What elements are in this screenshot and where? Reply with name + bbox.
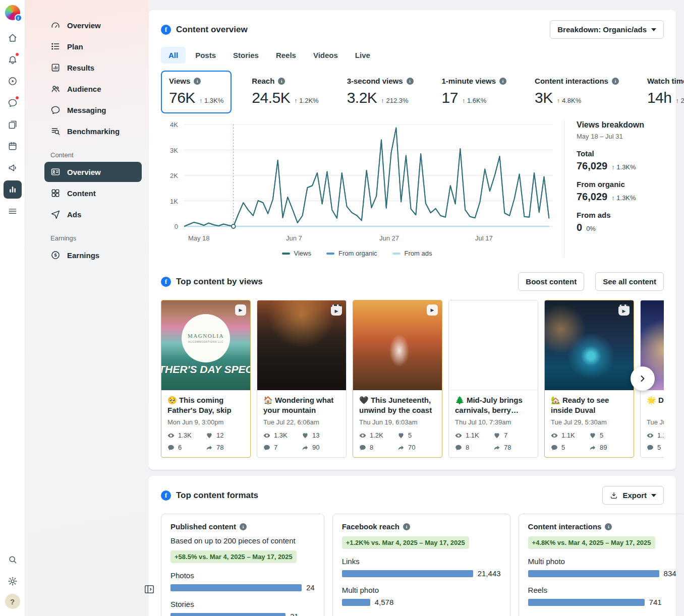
heart-icon bbox=[493, 432, 500, 439]
x-tick: Jun 27 bbox=[379, 234, 399, 242]
search-icon[interactable] bbox=[4, 550, 22, 569]
info-icon[interactable] bbox=[605, 523, 612, 530]
facebook-logo-icon bbox=[161, 25, 171, 35]
chart-legend: Views From organic From ads bbox=[161, 250, 553, 257]
calendar-icon[interactable] bbox=[4, 137, 22, 155]
post-date: Tue Jul 29, 5:30am bbox=[551, 418, 628, 426]
panel-title: Published content bbox=[170, 522, 236, 531]
home-icon[interactable] bbox=[4, 29, 22, 47]
panel-title: Facebook reach bbox=[342, 522, 400, 531]
tab-stories[interactable]: Stories bbox=[225, 47, 266, 64]
top-content-title: Top content by views bbox=[176, 277, 263, 287]
tab-live[interactable]: Live bbox=[348, 47, 378, 64]
eye-icon bbox=[455, 432, 462, 439]
metric-views[interactable]: Views 76K↑ 1.3K% bbox=[161, 71, 232, 113]
reactions-stat: 13 bbox=[302, 432, 340, 439]
metric-value: 17 bbox=[442, 89, 458, 106]
svg-text:$: $ bbox=[54, 253, 56, 258]
pages-icon[interactable] bbox=[4, 115, 22, 134]
logo-subtext: ACCOMMODATIONS LLC bbox=[188, 340, 223, 343]
scroll-right-button[interactable] bbox=[631, 366, 655, 391]
sidebar-item-earnings[interactable]: $ Earnings bbox=[44, 245, 142, 265]
content-card[interactable]: 🏡 Ready to see inside Duval Destination?… bbox=[544, 300, 634, 458]
icon-rail bbox=[0, 0, 25, 616]
sidebar-collapse-icon[interactable] bbox=[144, 584, 155, 597]
info-icon[interactable] bbox=[240, 523, 247, 530]
metric-watch-time[interactable]: Watch time 14h↑ 269.6% bbox=[639, 71, 684, 113]
comments-icon[interactable] bbox=[4, 94, 22, 112]
reactions-stat: 5 bbox=[397, 432, 436, 439]
info-icon[interactable] bbox=[194, 78, 201, 85]
notification-dot bbox=[15, 52, 19, 56]
metric-label: 3-second views bbox=[347, 77, 403, 85]
tab-all[interactable]: All bbox=[161, 47, 186, 64]
export-button[interactable]: Export bbox=[602, 486, 664, 505]
sidebar-item-label: Audience bbox=[67, 85, 101, 93]
content-card[interactable]: MAGNOLIA ACCOMMODATIONS LLC THER'S DAY S… bbox=[161, 300, 251, 458]
heart-icon bbox=[589, 432, 596, 439]
bar bbox=[342, 599, 370, 606]
bar bbox=[342, 570, 473, 577]
metric-label: 1-minute views bbox=[442, 77, 496, 85]
tab-videos[interactable]: Videos bbox=[306, 47, 346, 64]
organic-value: 76,029 bbox=[577, 191, 607, 203]
menu-icon[interactable] bbox=[4, 202, 22, 220]
gear-icon[interactable] bbox=[4, 572, 22, 590]
info-icon[interactable] bbox=[499, 78, 506, 85]
insights-icon[interactable] bbox=[4, 180, 22, 199]
metric-change: ↑ 1.6K% bbox=[462, 97, 486, 104]
y-tick: 1K bbox=[170, 198, 178, 205]
sidebar-item-overview[interactable]: Overview bbox=[44, 15, 142, 35]
metric-value: 14h bbox=[647, 89, 672, 106]
info-icon[interactable] bbox=[612, 78, 619, 85]
bar-value: 21 bbox=[290, 612, 299, 616]
tab-reels[interactable]: Reels bbox=[268, 47, 304, 64]
megaphone-icon[interactable] bbox=[4, 159, 22, 177]
metric-3-second-views[interactable]: 3-second views 3.2K↑ 212.3% bbox=[339, 71, 422, 113]
comment-icon bbox=[647, 444, 654, 451]
comments-stat: 7 bbox=[263, 444, 302, 451]
sidebar-item-benchmarking[interactable]: Benchmarking bbox=[44, 121, 142, 141]
sidebar-item-messaging[interactable]: Messaging bbox=[44, 100, 142, 120]
comments-stat: 5 bbox=[551, 444, 589, 451]
info-icon[interactable] bbox=[403, 523, 410, 530]
bar-value: 834 bbox=[664, 569, 676, 578]
share-icon bbox=[493, 444, 500, 451]
reactions-stat: 12 bbox=[206, 432, 244, 439]
change-badge: +4.8K% vs. Mar 4, 2025 – May 17, 2025 bbox=[528, 536, 655, 549]
chevron-down-icon bbox=[651, 494, 656, 497]
main-content: Content overview Breakdown: Organic/ads … bbox=[149, 0, 684, 616]
boost-content-button[interactable]: Boost content bbox=[518, 272, 584, 291]
bar-value: 24 bbox=[306, 583, 315, 592]
tab-posts[interactable]: Posts bbox=[188, 47, 223, 64]
change-badge: +58.5% vs. Mar 4, 2025 – May 17, 2025 bbox=[170, 550, 297, 563]
ads-label: From ads bbox=[577, 211, 664, 219]
help-icon[interactable] bbox=[5, 594, 20, 609]
ads-manager-icon[interactable] bbox=[4, 72, 22, 90]
sidebar-item-results[interactable]: Results bbox=[44, 57, 142, 78]
info-icon[interactable] bbox=[278, 78, 285, 85]
breakdown-dropdown[interactable]: Breakdown: Organic/ads bbox=[550, 20, 664, 39]
sidebar-item-ads[interactable]: Ads bbox=[44, 204, 142, 224]
sidebar: Overview Plan Results Audience Messaging… bbox=[25, 0, 149, 616]
sidebar-item-content[interactable]: Content bbox=[44, 183, 142, 203]
sidebar-item-audience[interactable]: Audience bbox=[44, 79, 142, 99]
post-title: 🏠 Wondering what your mountain stay… bbox=[263, 395, 340, 415]
info-icon[interactable] bbox=[407, 78, 414, 85]
views-stat: 1.2K bbox=[359, 432, 397, 439]
business-avatar[interactable] bbox=[5, 5, 20, 20]
metric-change: ↑ 4.8K% bbox=[557, 97, 581, 104]
metric-content-interactions[interactable]: Content interactions 3K↑ 4.8K% bbox=[527, 71, 627, 113]
metric-1-minute-views[interactable]: 1-minute views 17↑ 1.6K% bbox=[434, 71, 515, 113]
bell-icon[interactable] bbox=[4, 50, 22, 69]
metric-reach[interactable]: Reach 24.5K↑ 1.2K% bbox=[244, 71, 326, 113]
list-icon bbox=[50, 41, 61, 51]
content-card[interactable]: 🖤 This Juneteenth, unwind by the coast i… bbox=[353, 300, 442, 458]
content-card[interactable]: 🏠 Wondering what your mountain stay… Tue… bbox=[257, 300, 347, 458]
sidebar-item-content-overview[interactable]: Overview bbox=[44, 162, 142, 182]
sidebar-item-label: Benchmarking bbox=[67, 127, 120, 136]
see-all-content-button[interactable]: See all content bbox=[595, 272, 664, 291]
content-card[interactable]: 🌲 Mid-July brings carnivals, berry… Thu … bbox=[448, 300, 538, 458]
sidebar-item-plan[interactable]: Plan bbox=[44, 36, 142, 56]
panel-title: Content interactions bbox=[528, 522, 602, 531]
